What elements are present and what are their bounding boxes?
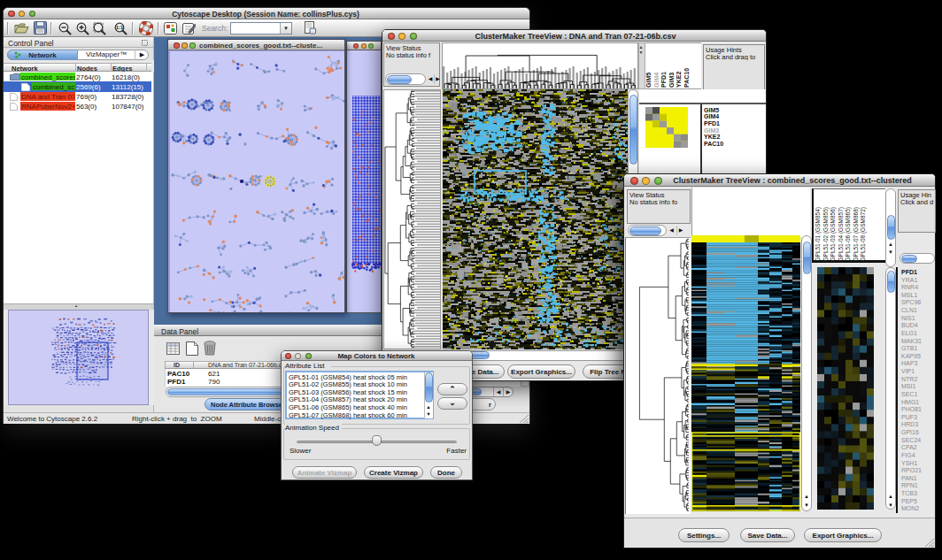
svg-text:1:1: 1:1 xyxy=(116,25,124,30)
